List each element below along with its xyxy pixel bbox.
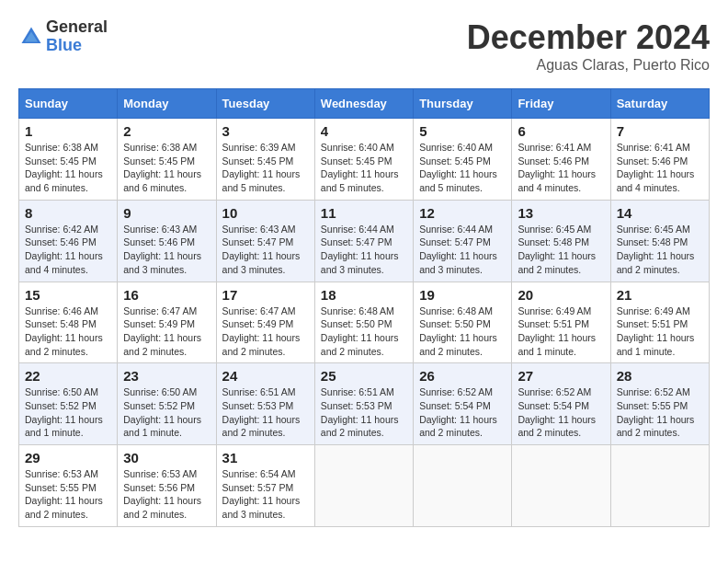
sunrise-text: Sunrise: 6:43 AM — [123, 224, 197, 235]
header-thursday: Thursday — [414, 89, 512, 119]
daylight-detail: and 2 minutes. — [222, 427, 286, 438]
calendar-cell: 31Sunrise: 6:54 AMSunset: 5:57 PMDayligh… — [216, 445, 314, 527]
sunset-text: Sunset: 5:53 PM — [222, 400, 294, 411]
daylight-detail: and 1 minute. — [25, 427, 84, 438]
calendar-cell: 27Sunrise: 6:52 AMSunset: 5:54 PMDayligh… — [512, 363, 610, 445]
calendar-cell — [414, 445, 512, 527]
sunset-text: Sunset: 5:48 PM — [518, 236, 589, 247]
sunrise-text: Sunrise: 6:51 AM — [222, 386, 296, 397]
day-number: 2 — [123, 123, 210, 139]
sunset-text: Sunset: 5:48 PM — [617, 236, 688, 247]
daylight-text: Daylight: 11 hours — [222, 168, 301, 179]
sunset-text: Sunset: 5:52 PM — [25, 400, 97, 411]
daylight-text: Daylight: 11 hours — [419, 414, 497, 425]
sunrise-text: Sunrise: 6:49 AM — [518, 305, 591, 316]
sunset-text: Sunset: 5:54 PM — [518, 400, 589, 411]
daylight-text: Daylight: 11 hours — [419, 332, 497, 343]
sunrise-text: Sunrise: 6:50 AM — [25, 386, 98, 397]
daylight-text: Daylight: 11 hours — [123, 495, 201, 506]
sunrise-text: Sunrise: 6:38 AM — [123, 142, 197, 153]
day-info: Sunrise: 6:40 AMSunset: 5:45 PMDaylight:… — [419, 141, 506, 195]
calendar-cell: 24Sunrise: 6:51 AMSunset: 5:53 PMDayligh… — [216, 363, 314, 445]
day-info: Sunrise: 6:50 AMSunset: 5:52 PMDaylight:… — [123, 385, 210, 440]
day-info: Sunrise: 6:49 AMSunset: 5:51 PMDaylight:… — [617, 304, 703, 359]
daylight-detail: and 1 minute. — [518, 346, 576, 357]
daylight-text: Daylight: 11 hours — [123, 332, 201, 343]
day-number: 7 — [617, 123, 703, 139]
logo-text: General Blue — [46, 18, 108, 55]
calendar-cell: 4Sunrise: 6:40 AMSunset: 5:45 PMDaylight… — [314, 119, 413, 201]
day-info: Sunrise: 6:38 AMSunset: 5:45 PMDaylight:… — [123, 141, 210, 195]
day-info: Sunrise: 6:39 AMSunset: 5:45 PMDaylight:… — [222, 141, 309, 195]
sunset-text: Sunset: 5:45 PM — [123, 155, 195, 167]
day-number: 6 — [518, 123, 604, 139]
sunrise-text: Sunrise: 6:41 AM — [617, 142, 690, 153]
sunrise-text: Sunrise: 6:40 AM — [419, 142, 493, 153]
sunset-text: Sunset: 5:55 PM — [617, 400, 688, 411]
day-number: 22 — [25, 368, 111, 384]
sunset-text: Sunset: 5:54 PM — [419, 400, 491, 411]
daylight-detail: and 2 minutes. — [617, 264, 680, 275]
sunrise-text: Sunrise: 6:53 AM — [123, 468, 197, 479]
calendar-cell: 1Sunrise: 6:38 AMSunset: 5:45 PMDaylight… — [19, 119, 118, 201]
day-info: Sunrise: 6:41 AMSunset: 5:46 PMDaylight:… — [617, 141, 703, 195]
sunrise-text: Sunrise: 6:44 AM — [419, 224, 493, 235]
daylight-text: Daylight: 11 hours — [518, 168, 596, 179]
sunset-text: Sunset: 5:46 PM — [123, 236, 195, 247]
header-friday: Friday — [512, 89, 610, 119]
day-number: 31 — [222, 450, 309, 465]
sunrise-text: Sunrise: 6:45 AM — [617, 224, 690, 235]
calendar-cell: 26Sunrise: 6:52 AMSunset: 5:54 PMDayligh… — [414, 363, 512, 445]
day-info: Sunrise: 6:54 AMSunset: 5:57 PMDaylight:… — [222, 467, 309, 522]
day-info: Sunrise: 6:38 AMSunset: 5:45 PMDaylight:… — [25, 141, 111, 195]
day-info: Sunrise: 6:44 AMSunset: 5:47 PMDaylight:… — [321, 223, 407, 277]
calendar-cell: 2Sunrise: 6:38 AMSunset: 5:45 PMDaylight… — [118, 119, 216, 201]
calendar-cell: 22Sunrise: 6:50 AMSunset: 5:52 PMDayligh… — [19, 363, 118, 445]
daylight-detail: and 4 minutes. — [518, 182, 581, 193]
daylight-text: Daylight: 11 hours — [321, 250, 399, 261]
daylight-text: Daylight: 11 hours — [321, 332, 399, 343]
daylight-detail: and 3 minutes. — [222, 509, 286, 520]
header-sunday: Sunday — [19, 89, 118, 119]
day-number: 23 — [123, 368, 210, 384]
calendar-cell: 28Sunrise: 6:52 AMSunset: 5:55 PMDayligh… — [610, 363, 709, 445]
day-number: 13 — [518, 205, 604, 221]
sunset-text: Sunset: 5:47 PM — [222, 236, 294, 247]
calendar-cell: 21Sunrise: 6:49 AMSunset: 5:51 PMDayligh… — [610, 282, 709, 363]
calendar-cell: 14Sunrise: 6:45 AMSunset: 5:48 PMDayligh… — [610, 200, 709, 282]
daylight-text: Daylight: 11 hours — [419, 250, 497, 261]
calendar-cell: 13Sunrise: 6:45 AMSunset: 5:48 PMDayligh… — [512, 200, 610, 282]
calendar-cell: 23Sunrise: 6:50 AMSunset: 5:52 PMDayligh… — [118, 363, 216, 445]
logo-general-text: General — [46, 18, 108, 37]
day-number: 11 — [321, 205, 407, 221]
day-number: 21 — [617, 287, 703, 303]
day-info: Sunrise: 6:52 AMSunset: 5:54 PMDaylight:… — [518, 385, 604, 440]
daylight-detail: and 3 minutes. — [123, 264, 187, 275]
sunset-text: Sunset: 5:50 PM — [419, 318, 491, 329]
day-number: 14 — [617, 205, 703, 221]
sunrise-text: Sunrise: 6:42 AM — [25, 224, 98, 235]
day-info: Sunrise: 6:41 AMSunset: 5:46 PMDaylight:… — [518, 141, 604, 195]
daylight-detail: and 2 minutes. — [518, 264, 581, 275]
sunrise-text: Sunrise: 6:38 AM — [25, 142, 98, 153]
daylight-text: Daylight: 11 hours — [25, 332, 103, 343]
header-wednesday: Wednesday — [314, 89, 413, 119]
sunrise-text: Sunrise: 6:48 AM — [419, 305, 493, 316]
day-info: Sunrise: 6:44 AMSunset: 5:47 PMDaylight:… — [419, 223, 506, 277]
day-number: 8 — [25, 205, 111, 221]
day-number: 18 — [321, 287, 407, 303]
daylight-detail: and 3 minutes. — [419, 264, 483, 275]
sunset-text: Sunset: 5:55 PM — [25, 482, 97, 493]
sunset-text: Sunset: 5:47 PM — [419, 236, 491, 247]
calendar-header-row: SundayMondayTuesdayWednesdayThursdayFrid… — [19, 89, 710, 119]
daylight-detail: and 2 minutes. — [617, 427, 680, 438]
calendar-cell — [610, 445, 709, 527]
calendar-cell: 3Sunrise: 6:39 AMSunset: 5:45 PMDaylight… — [216, 119, 314, 201]
daylight-text: Daylight: 11 hours — [518, 250, 596, 261]
daylight-detail: and 2 minutes. — [321, 427, 384, 438]
daylight-detail: and 5 minutes. — [321, 182, 384, 193]
logo: General Blue — [18, 18, 108, 55]
sunrise-text: Sunrise: 6:53 AM — [25, 468, 98, 479]
day-number: 19 — [419, 287, 506, 303]
sunrise-text: Sunrise: 6:49 AM — [617, 305, 690, 316]
